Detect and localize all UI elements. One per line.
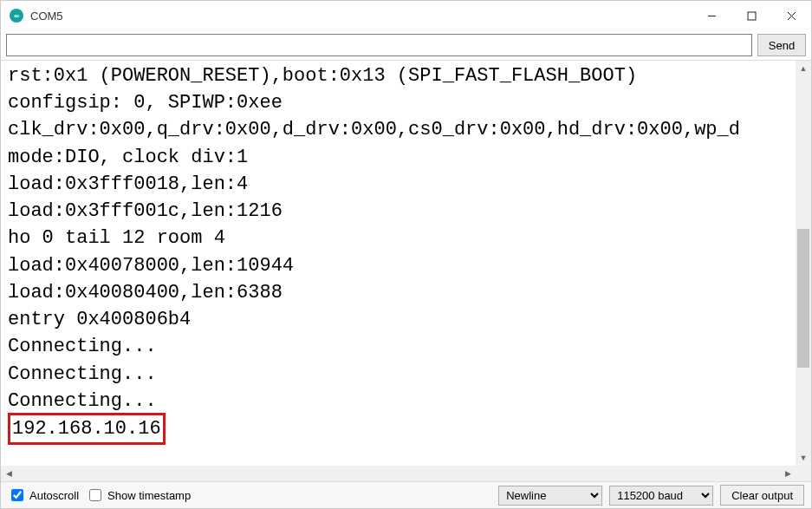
autoscroll-input[interactable] [11,489,23,501]
scroll-down-icon[interactable]: ▼ [796,450,811,466]
output-line: Connecting... [8,333,796,360]
baud-rate-select[interactable]: 115200 baud [609,486,713,506]
show-timestamp-label: Show timestamp [107,489,191,502]
window-title: COM5 [30,10,63,23]
titlebar: ∞ COM5 [1,1,811,30]
scroll-thumb-vertical[interactable] [797,229,809,368]
scroll-left-icon[interactable]: ◀ [1,466,16,481]
output-line: mode:DIO, clock div:1 [8,144,796,171]
vertical-scrollbar[interactable]: ▲ ▼ [796,61,811,466]
output-line: configsip: 0, SPIWP:0xee [8,89,796,116]
serial-monitor-window: ∞ COM5 Send rst:0x1 (POWERON_RESET),boot… [0,0,812,509]
ip-address-highlight: 192.168.10.16 [8,413,166,445]
line-ending-select[interactable]: Newline [498,486,602,506]
output-line: 192.168.10.16 [8,414,796,445]
input-bar: Send [1,30,811,60]
output-line: rst:0x1 (POWERON_RESET),boot:0x13 (SPI_F… [8,62,796,89]
send-button[interactable]: Send [757,34,806,56]
arduino-icon: ∞ [10,9,23,23]
output-line: load:0x40080400,len:6388 [8,279,796,306]
bottom-bar: Autoscroll Show timestamp Newline 115200… [1,482,811,508]
output-line: load:0x40078000,len:10944 [8,252,796,279]
show-timestamp-input[interactable] [89,489,101,501]
output-text[interactable]: rst:0x1 (POWERON_RESET),boot:0x13 (SPI_F… [1,61,796,466]
output-line: clk_drv:0x00,q_drv:0x00,d_drv:0x00,cs0_d… [8,116,796,143]
output-line: Connecting... [8,361,796,388]
output-line: load:0x3fff0018,len:4 [8,171,796,198]
maximize-button[interactable] [731,2,771,29]
clear-output-button[interactable]: Clear output [720,485,804,506]
close-button[interactable] [771,2,811,29]
show-timestamp-checkbox[interactable]: Show timestamp [86,486,191,504]
command-input[interactable] [6,34,752,56]
output-line: load:0x3fff001c,len:1216 [8,198,796,225]
svg-rect-1 [748,12,756,20]
output-area: rst:0x1 (POWERON_RESET),boot:0x13 (SPI_F… [1,60,811,482]
scroll-up-icon[interactable]: ▲ [796,61,811,76]
output-line: ho 0 tail 12 room 4 [8,225,796,251]
minimize-button[interactable] [692,2,731,29]
scroll-corner [796,466,811,481]
window-controls [692,2,811,29]
scroll-right-icon[interactable]: ▶ [780,466,796,481]
autoscroll-checkbox[interactable]: Autoscroll [8,486,79,504]
autoscroll-label: Autoscroll [29,489,79,502]
output-line: entry 0x400806b4 [8,306,796,333]
output-line: Connecting... [8,388,796,414]
horizontal-scrollbar[interactable]: ◀ ▶ [1,466,796,481]
